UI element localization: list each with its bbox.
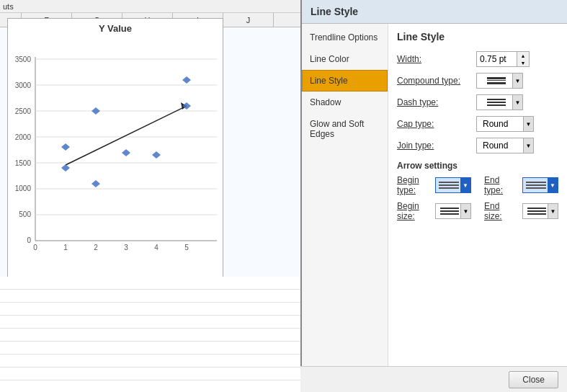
svg-text:3000: 3000 [15, 81, 31, 89]
section-title: Line Style [397, 31, 558, 43]
spin-buttons: ▲ ▼ [517, 52, 529, 66]
join-type-label: Join type: [397, 141, 476, 151]
end-type-label: End type: [484, 175, 517, 195]
spin-up[interactable]: ▲ [517, 52, 529, 59]
svg-text:2: 2 [94, 244, 98, 251]
content-panel: Line Style Width: ▲ ▼ [388, 24, 567, 392]
width-label: Width: [397, 54, 476, 64]
svg-text:2500: 2500 [15, 107, 31, 115]
cap-type-value: Round [480, 119, 523, 129]
dash-type-dropdown[interactable]: ▼ [476, 94, 523, 110]
cap-type-dropdown[interactable]: Round ▼ [476, 116, 534, 132]
top-bar: uts [0, 0, 300, 13]
svg-text:0: 0 [33, 244, 37, 251]
width-row: Width: ▲ ▼ [397, 51, 558, 67]
begin-size-dropdown[interactable]: ▼ [435, 203, 471, 219]
spreadsheet-area: uts F G H I J Y Value 0 500 1000 1500 20… [0, 0, 300, 392]
bottom-bar: Close [300, 366, 567, 392]
dialog-body: Trendline Options Line Color Line Style … [302, 24, 567, 392]
end-size-label: End size: [484, 201, 517, 221]
end-type-dropdown[interactable]: ▼ [522, 177, 558, 193]
svg-marker-26 [61, 143, 70, 151]
cap-type-arrow: ▼ [523, 117, 533, 131]
arrow-settings-header: Arrow settings [397, 161, 558, 171]
main-container: uts F G H I J Y Value 0 500 1000 1500 20… [0, 0, 567, 392]
begin-size-arrow: ▼ [460, 204, 470, 218]
dash-type-icon [480, 97, 512, 107]
begin-type-icon [439, 181, 459, 190]
nav-item-line-color[interactable]: Line Color [302, 48, 388, 70]
svg-text:2000: 2000 [15, 133, 31, 141]
join-type-row: Join type: Round ▼ [397, 138, 558, 153]
begin-type-dd-arrow: ▼ [460, 177, 470, 193]
dialog-title: Line Style [302, 0, 567, 24]
chart-title: Y Value [8, 19, 223, 35]
begin-type-label: Begin type: [397, 175, 429, 195]
svg-text:3: 3 [124, 244, 128, 251]
dialog-panel: Line Style Trendline Options Line Color … [300, 0, 567, 392]
compound-type-arrow: ▼ [512, 74, 522, 88]
col-header-J: J [223, 13, 274, 27]
join-type-value: Round [480, 141, 523, 151]
svg-marker-25 [61, 164, 70, 172]
compound-type-icon [480, 76, 512, 86]
nav-item-shadow[interactable]: Shadow [302, 92, 388, 113]
spreadsheet-lower [0, 277, 300, 392]
begin-size-icon [439, 206, 460, 216]
svg-marker-32 [182, 102, 191, 110]
compound-type-label: Compound type: [397, 76, 476, 86]
svg-text:500: 500 [19, 210, 31, 218]
join-type-arrow: ▼ [523, 138, 533, 153]
compound-type-dropdown[interactable]: ▼ [476, 73, 523, 89]
svg-text:1: 1 [63, 244, 68, 251]
nav-item-glow-soft-edges[interactable]: Glow and Soft Edges [302, 113, 388, 145]
end-type-icon [526, 181, 546, 190]
svg-text:3500: 3500 [15, 55, 31, 63]
dash-type-row: Dash type: ▼ [397, 94, 558, 110]
nav-panel: Trendline Options Line Color Line Style … [302, 24, 388, 392]
end-type-dd-arrow: ▼ [548, 177, 558, 193]
width-input[interactable] [477, 53, 517, 66]
width-control: ▲ ▼ [476, 51, 530, 67]
nav-item-line-style[interactable]: Line Style [302, 70, 388, 92]
svg-text:1500: 1500 [15, 159, 31, 167]
svg-text:5: 5 [184, 244, 189, 251]
spin-down[interactable]: ▼ [517, 59, 529, 66]
svg-text:4: 4 [154, 244, 159, 251]
top-bar-text: uts [3, 2, 14, 11]
cap-type-label: Cap type: [397, 119, 476, 129]
join-type-dropdown[interactable]: Round ▼ [476, 138, 534, 153]
svg-text:0: 0 [27, 236, 31, 244]
begin-type-dropdown[interactable]: ▼ [435, 177, 471, 193]
svg-marker-30 [152, 151, 161, 159]
svg-marker-29 [122, 149, 130, 156]
nav-item-trendline-options[interactable]: Trendline Options [302, 27, 388, 48]
end-size-arrow: ▼ [548, 204, 558, 218]
end-size-dropdown[interactable]: ▼ [522, 203, 558, 219]
svg-marker-31 [182, 76, 191, 84]
svg-marker-28 [91, 107, 100, 115]
svg-marker-27 [91, 180, 100, 187]
cap-type-row: Cap type: Round ▼ [397, 116, 558, 132]
begin-size-label: Begin size: [397, 201, 429, 221]
svg-text:1000: 1000 [15, 184, 31, 192]
end-size-icon [526, 206, 548, 216]
dash-type-label: Dash type: [397, 97, 476, 107]
arrow-type-row: Begin type: ▼ End type: [397, 175, 558, 195]
dash-type-arrow: ▼ [512, 95, 522, 110]
chart-svg: 0 500 1000 1500 2000 2500 3000 3500 [15, 35, 224, 259]
chart-container[interactable]: Y Value 0 500 1000 1500 2000 2500 3000 3… [7, 18, 223, 285]
arrow-size-row: Begin size: ▼ End size: [397, 201, 558, 221]
close-button[interactable]: Close [509, 371, 558, 388]
width-spinbox[interactable]: ▲ ▼ [476, 51, 530, 67]
compound-type-row: Compound type: ▼ [397, 73, 558, 89]
